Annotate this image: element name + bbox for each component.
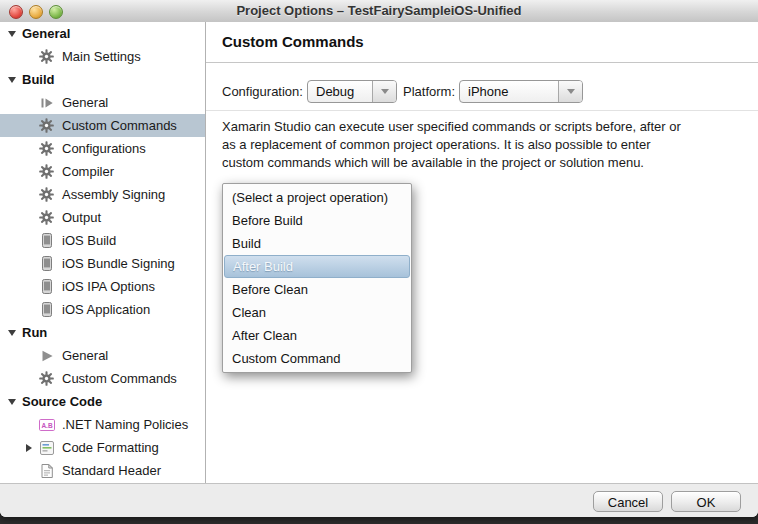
dropdown-arrow-button[interactable] <box>372 81 396 102</box>
configuration-dropdown[interactable]: Debug <box>307 80 397 103</box>
section-separator <box>206 110 758 111</box>
sidebar-item-label: Compiler <box>62 164 114 179</box>
gear-icon <box>38 141 55 156</box>
sidebar-item-code-formatting[interactable]: Code Formatting <box>0 436 205 459</box>
sidebar-item-ios-build[interactable]: iOS Build <box>0 229 205 252</box>
sidebar-item-label: iOS Application <box>62 302 150 317</box>
sidebar-item-main-settings[interactable]: Main Settings <box>0 45 205 68</box>
menu-item-build[interactable]: Build <box>223 232 411 255</box>
sidebar-item-standard-header[interactable]: Standard Header <box>0 459 205 482</box>
page-title: Custom Commands <box>222 33 364 50</box>
iphone-icon <box>38 256 55 271</box>
sidebar-item-ios-application[interactable]: iOS Application <box>0 298 205 321</box>
platform-value: iPhone <box>460 84 558 99</box>
sidebar-item-net-naming-policies[interactable]: A.B.NET Naming Policies <box>0 413 205 436</box>
menu-item-custom-command[interactable]: Custom Command <box>223 347 411 370</box>
footer-bar: Cancel OK <box>0 483 758 517</box>
sidebar-section-label: Build <box>22 72 55 87</box>
sidebar-item-output[interactable]: Output <box>0 206 205 229</box>
title-separator <box>206 62 758 63</box>
disclosure-triangle-icon <box>8 77 16 83</box>
gear-icon <box>38 49 55 64</box>
sidebar-section-label: Run <box>22 325 47 340</box>
code-format-icon <box>38 441 55 455</box>
sidebar-item-label: Output <box>62 210 101 225</box>
sidebar-item-label: .NET Naming Policies <box>62 417 188 432</box>
gear-icon <box>38 187 55 202</box>
iphone-icon <box>38 279 55 294</box>
description-line: Xamarin Studio can execute user specifie… <box>222 118 681 136</box>
sidebar-item-ios-bundle-signing[interactable]: iOS Bundle Signing <box>0 252 205 275</box>
sidebar-item-label: Standard Header <box>62 463 161 478</box>
sidebar-item-label: Configurations <box>62 141 146 156</box>
cancel-button[interactable]: Cancel <box>593 491 663 512</box>
sidebar-item-label: iOS Bundle Signing <box>62 256 175 271</box>
platform-dropdown[interactable]: iPhone <box>459 80 583 103</box>
description-text: Xamarin Studio can execute user specifie… <box>222 118 681 172</box>
screen: Project Options – TestFairySampleiOS-Uni… <box>0 0 758 524</box>
disclosure-triangle-icon <box>8 399 16 405</box>
menu-item-clean[interactable]: Clean <box>223 301 411 324</box>
gear-icon <box>38 118 55 133</box>
sidebar-item-compiler[interactable]: Compiler <box>0 160 205 183</box>
sidebar-item-custom-commands[interactable]: Custom Commands <box>0 114 205 137</box>
sidebar-item-label: General <box>62 348 108 363</box>
menu-item-select-a-project-operation[interactable]: (Select a project operation) <box>223 186 411 209</box>
gear-icon <box>38 371 55 386</box>
svg-text:A.B: A.B <box>41 421 53 428</box>
sidebar-section-label: Source Code <box>22 394 102 409</box>
disclosure-triangle-icon <box>8 31 16 37</box>
sidebar-item-label: Main Settings <box>62 49 141 64</box>
sidebar-item-general[interactable]: General <box>0 344 205 367</box>
sidebar-item-label: Code Formatting <box>62 440 159 455</box>
sidebar-section-source-code[interactable]: Source Code <box>0 390 205 413</box>
gear-icon <box>38 164 55 179</box>
chevron-down-icon <box>567 89 575 94</box>
sidebar-item-assembly-signing[interactable]: Assembly Signing <box>0 183 205 206</box>
configuration-value: Debug <box>308 84 372 99</box>
sidebar-tree: GeneralMain SettingsBuildGeneralCustom C… <box>0 22 206 484</box>
expand-triangle-icon <box>26 444 32 452</box>
chevron-down-icon <box>381 89 389 94</box>
sidebar-item-label: Custom Commands <box>62 118 177 133</box>
menu-item-after-build[interactable]: After Build <box>224 255 410 278</box>
sidebar-section-run[interactable]: Run <box>0 321 205 344</box>
menu-item-before-build[interactable]: Before Build <box>223 209 411 232</box>
menu-item-before-clean[interactable]: Before Clean <box>223 278 411 301</box>
configuration-label: Configuration: <box>222 84 303 99</box>
platform-label: Platform: <box>403 84 455 99</box>
sidebar-item-label: iOS IPA Options <box>62 279 155 294</box>
sidebar-section-general[interactable]: General <box>0 22 205 45</box>
iphone-icon <box>38 233 55 248</box>
disclosure-triangle-icon <box>8 330 16 336</box>
ab-naming-icon: A.B <box>38 419 55 431</box>
sidebar-item-general[interactable]: General <box>0 91 205 114</box>
sidebar-item-label: General <box>62 95 108 110</box>
play-icon <box>38 349 55 363</box>
build-play-icon <box>38 96 55 110</box>
sidebar-item-label: Assembly Signing <box>62 187 165 202</box>
sidebar-item-configurations[interactable]: Configurations <box>0 137 205 160</box>
dropdown-arrow-button[interactable] <box>558 81 582 102</box>
sidebar-item-custom-commands[interactable]: Custom Commands <box>0 367 205 390</box>
project-operation-menu: (Select a project operation)Before Build… <box>222 183 412 373</box>
sidebar-item-label: Custom Commands <box>62 371 177 386</box>
description-line: custom commands which will be available … <box>222 154 681 172</box>
description-line: as a replacement of common project opera… <box>222 136 681 154</box>
document-icon <box>38 464 55 478</box>
iphone-icon <box>38 302 55 317</box>
menu-item-after-clean[interactable]: After Clean <box>223 324 411 347</box>
ok-button[interactable]: OK <box>671 491 741 512</box>
titlebar: Project Options – TestFairySampleiOS-Uni… <box>0 0 758 23</box>
sidebar-item-label: iOS Build <box>62 233 116 248</box>
sidebar-section-build[interactable]: Build <box>0 68 205 91</box>
sidebar-section-label: General <box>22 26 70 41</box>
window-title: Project Options – TestFairySampleiOS-Uni… <box>0 3 758 18</box>
sidebar-item-ios-ipa-options[interactable]: iOS IPA Options <box>0 275 205 298</box>
gear-icon <box>38 210 55 225</box>
project-options-window: Project Options – TestFairySampleiOS-Uni… <box>0 0 758 517</box>
